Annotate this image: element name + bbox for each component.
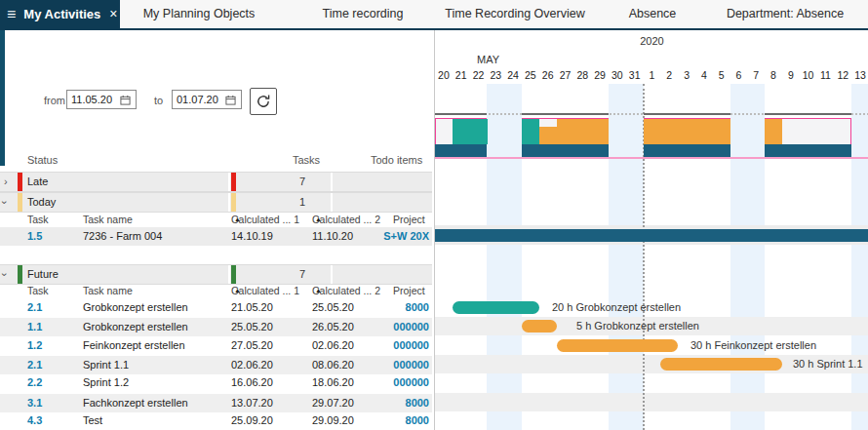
table-row[interactable]: 2.2 Sprint 1.2 16.06.20 18.06.20 000000 [0, 373, 432, 392]
calendar-icon[interactable] [225, 95, 236, 105]
task-number-link[interactable]: 2.2 [27, 373, 42, 392]
day-tick: 1 [644, 68, 661, 82]
project-link[interactable]: 000000 [383, 318, 429, 336]
group-task-count: 7 [231, 265, 305, 284]
day-tick: 27 [557, 68, 574, 82]
table-row[interactable]: 2.1 Grobkonzept erstellen 21.05.20 25.05… [0, 298, 432, 317]
group-row-late[interactable]: › Late 7 [0, 172, 432, 192]
refresh-button[interactable] [250, 88, 277, 115]
tab-my-activities[interactable]: ≡ My Activities × [0, 0, 120, 28]
task-name: Sprint 1.2 [83, 373, 129, 392]
project-link[interactable]: S+W 20X [383, 227, 429, 246]
day-tick: 5 [713, 68, 730, 82]
project-link[interactable]: 000000 [383, 373, 429, 392]
chevron-down-icon[interactable]: › [0, 273, 14, 277]
task-name: Feinkonzept erstellen [83, 336, 185, 355]
from-date-input[interactable] [71, 94, 120, 105]
gantt-bar-sprint-1-1[interactable] [660, 358, 782, 371]
capacity-bar-orange[interactable] [765, 119, 782, 144]
chevron-right-icon[interactable]: › [4, 173, 8, 191]
tab-my-activities-label: My Activities [23, 7, 100, 21]
day-tick: 12 [834, 68, 851, 82]
group-row-future[interactable]: › Future 7 [0, 264, 432, 285]
task-column-header: Task [27, 283, 49, 298]
task-number-link[interactable]: 3.1 [27, 394, 42, 412]
task-number-link[interactable]: 2.1 [27, 298, 42, 317]
capacity-bar-teal[interactable] [453, 119, 488, 144]
cell-separator [228, 173, 230, 191]
day-tick: 26 [539, 68, 557, 82]
late-status-color-bar [18, 173, 22, 191]
timeline-year-label: 2020 [435, 35, 868, 47]
tasks-column-header: Tasks [293, 151, 320, 170]
subheader-row: Task Task name Calculated ... 1▲ Calcula… [0, 212, 432, 227]
gantt-bar-grobkonzept-2-1[interactable] [453, 301, 539, 314]
tab-my-planning-objects[interactable]: My Planning Objects [143, 0, 256, 28]
capacity-bar-orange[interactable] [644, 119, 730, 144]
to-date-field[interactable] [172, 90, 242, 109]
calculated-date-1: 25.05.20 [231, 318, 273, 336]
project-link[interactable]: 000000 [383, 356, 429, 374]
table-row[interactable]: 1.1 Grobkonzept erstellen 25.05.20 26.05… [0, 317, 432, 337]
calculated-date-1: 16.06.20 [231, 373, 273, 392]
future-status-color-bar [18, 265, 22, 284]
sort-asc-icon: ▲ [234, 212, 241, 227]
capacity-limit-segment [435, 113, 487, 115]
capacity-bar-teal[interactable] [522, 119, 539, 144]
project-link[interactable]: 000000 [383, 336, 429, 355]
todo-items-column-header: Todo items [371, 151, 422, 170]
task-column-header: Task [27, 212, 49, 227]
gantt-bar-label: 5 h Grobkonzept erstellen [576, 320, 699, 332]
table-row[interactable]: 4.3 Test 25.09.20 29.09.20 8000 [0, 411, 432, 430]
gantt-bar-grobkonzept-1-1[interactable] [522, 320, 557, 332]
task-number-link[interactable]: 1.5 [27, 227, 42, 246]
table-row[interactable]: 1.2 Feinkonzept erstellen 27.05.20 02.06… [0, 336, 432, 355]
sort-asc-icon: ▲ [234, 283, 241, 298]
project-link[interactable]: 8000 [383, 394, 429, 412]
capacity-bar-orange[interactable] [557, 119, 609, 144]
tab-department-absence[interactable]: Department: Absence [727, 0, 844, 28]
from-date-field[interactable] [66, 90, 137, 109]
hamburger-menu-icon[interactable]: ≡ [7, 0, 16, 28]
project-link[interactable]: 8000 [383, 298, 429, 317]
calculated-date-1: 25.09.20 [231, 411, 273, 430]
tab-time-recording-overview[interactable]: Time Recording Overview [445, 0, 584, 28]
day-tick: 10 [800, 68, 817, 82]
task-name-column-header: Task name [83, 283, 133, 298]
group-label: Late [27, 173, 48, 191]
project-link[interactable]: 8000 [383, 411, 429, 430]
tab-bar: ≡ My Activities × My Planning Objects Ti… [0, 0, 868, 30]
day-tick: 9 [782, 68, 800, 82]
gantt-bar-label: 30 h Feinkonzept erstellen [690, 339, 816, 352]
table-row[interactable]: 1.5 7236 - Farm 004 14.10.19 11.10.20 S+… [0, 227, 432, 246]
subheader-row: Task Task name Calculated ... 1▲ Calcula… [0, 283, 432, 298]
day-tick: 28 [573, 68, 591, 82]
chevron-down-icon[interactable]: › [0, 201, 14, 205]
day-tick: 23 [487, 68, 504, 82]
capacity-bar-orange[interactable] [539, 127, 557, 144]
weekend-band [730, 84, 765, 430]
task-number-link[interactable]: 2.1 [27, 356, 42, 374]
gantt-bar-feinkonzept[interactable] [557, 339, 678, 352]
table-row[interactable]: 3.1 Fachkonzept erstellen 13.07.20 29.07… [0, 393, 432, 413]
refresh-icon [256, 94, 271, 109]
task-number-link[interactable]: 4.3 [27, 411, 42, 430]
task-number-link[interactable]: 1.1 [27, 318, 42, 336]
day-tick: 13 [851, 68, 868, 82]
table-row[interactable]: 2.1 Sprint 1.1 02.06.20 08.06.20 000000 [0, 355, 432, 375]
task-name: Grobkonzept erstellen [83, 318, 188, 336]
baseload-strip [435, 144, 487, 157]
day-tick: 2 [660, 68, 678, 82]
gantt-bar-label: 20 h Grobkonzept erstellen [552, 301, 681, 314]
task-number-link[interactable]: 1.2 [27, 336, 42, 355]
group-row-today[interactable]: › Today 1 [0, 192, 432, 213]
calendar-icon[interactable] [120, 95, 131, 105]
capacity-limit-segment [644, 113, 730, 115]
tab-absence[interactable]: Absence [629, 0, 677, 28]
to-date-input[interactable] [177, 94, 225, 105]
tab-time-recording[interactable]: Time recording [323, 0, 404, 28]
day-tick: 25 [522, 68, 539, 82]
gantt-bar-farm-004[interactable] [435, 229, 868, 242]
gantt-canvas: 20 h Grobkonzept erstellen 5 h Grobkonze… [435, 84, 868, 430]
close-tab-icon[interactable]: × [109, 0, 117, 28]
